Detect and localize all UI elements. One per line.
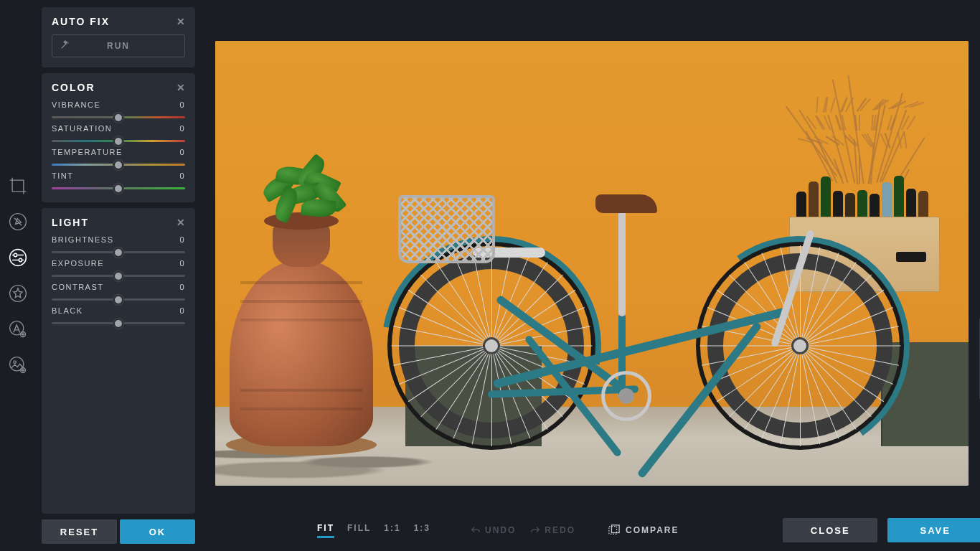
slider-label: SATURATION <box>52 124 112 133</box>
slider-thumb[interactable] <box>113 319 123 329</box>
slider-label: BLACK <box>52 306 83 315</box>
slider-label: TEMPERATURE <box>52 148 123 156</box>
zoom-group: FIT FILL 1:1 1:3 <box>317 523 430 538</box>
close-button[interactable]: CLOSE <box>783 518 878 542</box>
panel-autofix-title: AUTO FIX <box>52 16 110 27</box>
slider-thumb[interactable] <box>113 136 123 146</box>
slider-label: VIBRANCE <box>52 100 100 109</box>
slider-label: TINT <box>52 171 73 180</box>
save-button[interactable]: SAVE <box>887 518 980 542</box>
slider-saturation[interactable]: SATURATION0 <box>52 124 185 142</box>
canvas-wrap <box>201 0 980 509</box>
slider-thumb[interactable] <box>113 113 123 123</box>
slider-value: 0 <box>179 235 185 244</box>
slider-thumb[interactable] <box>113 160 123 170</box>
main-area: FIT FILL 1:1 1:3 UNDO REDO COMPARE CLOSE… <box>201 0 980 551</box>
slider-value: 0 <box>179 259 185 268</box>
svg-point-8 <box>14 361 17 364</box>
slider-label: BRIGHTNESS <box>52 235 114 244</box>
rail-effects[interactable] <box>6 282 29 305</box>
slider-contrast[interactable]: CONTRAST0 <box>52 283 185 301</box>
rail-auto-fix[interactable] <box>6 210 29 233</box>
slider-value: 0 <box>179 283 185 291</box>
slider-value: 0 <box>179 171 185 180</box>
rail-image[interactable] <box>6 354 29 377</box>
panel-color-close[interactable]: ✕ <box>176 82 185 93</box>
rail-crop[interactable] <box>6 174 29 197</box>
reset-button[interactable]: RESET <box>42 519 117 544</box>
svg-point-3 <box>19 258 22 261</box>
panel-light-close[interactable]: ✕ <box>176 217 185 228</box>
slider-value: 0 <box>179 124 185 133</box>
svg-point-1 <box>10 250 27 266</box>
slider-value: 0 <box>179 306 185 315</box>
slider-vibrance[interactable]: VIBRANCE0 <box>52 100 185 118</box>
panel-color: COLOR ✕ VIBRANCE0 SATURATION0 TEMPERATUR… <box>42 73 195 202</box>
compare-button[interactable]: COMPARE <box>608 524 679 536</box>
panel-color-title: COLOR <box>52 82 95 93</box>
redo-button[interactable]: REDO <box>530 525 575 535</box>
run-button[interactable]: RUN <box>52 34 185 57</box>
rail-text[interactable] <box>6 318 29 341</box>
wand-icon <box>60 40 70 52</box>
slider-thumb[interactable] <box>113 248 123 258</box>
side-panel: AUTO FIX ✕ RUN COLOR ✕ VIBRANCE0 SATURAT… <box>36 0 201 551</box>
image-canvas[interactable] <box>215 41 969 486</box>
slider-value: 0 <box>179 148 185 156</box>
slider-thumb[interactable] <box>113 295 123 305</box>
panel-autofix-close[interactable]: ✕ <box>176 16 185 27</box>
tool-rail <box>0 0 36 551</box>
panel-light-title: LIGHT <box>52 217 89 228</box>
panel-autofix: AUTO FIX ✕ RUN <box>42 7 195 67</box>
slider-label: EXPOSURE <box>52 259 104 268</box>
history-group: UNDO REDO <box>471 525 575 535</box>
slider-label: CONTRAST <box>52 283 104 291</box>
svg-point-2 <box>14 253 17 256</box>
slider-temperature[interactable]: TEMPERATURE0 <box>52 148 185 166</box>
slider-tint[interactable]: TINT0 <box>52 171 185 189</box>
run-label: RUN <box>107 41 130 51</box>
side-footer: RESET OK <box>42 519 195 544</box>
slider-brightness[interactable]: BRIGHTNESS0 <box>52 235 185 253</box>
slider-black[interactable]: BLACK0 <box>52 306 185 324</box>
zoom-fit[interactable]: FIT <box>317 523 334 538</box>
compare-icon <box>608 524 620 536</box>
panel-light: LIGHT ✕ BRIGHTNESS0 EXPOSURE0 CONTRAST0 … <box>42 208 195 514</box>
ok-button[interactable]: OK <box>120 519 195 544</box>
slider-thumb[interactable] <box>113 271 123 281</box>
undo-button[interactable]: UNDO <box>471 525 516 535</box>
zoom-1-1[interactable]: 1:1 <box>384 523 400 538</box>
slider-exposure[interactable]: EXPOSURE0 <box>52 259 185 277</box>
zoom-fill[interactable]: FILL <box>347 523 371 538</box>
slider-thumb[interactable] <box>113 184 123 194</box>
bottom-bar: FIT FILL 1:1 1:3 UNDO REDO COMPARE CLOSE… <box>201 509 980 551</box>
rail-adjust[interactable] <box>6 246 29 269</box>
slider-value: 0 <box>179 100 185 109</box>
zoom-1-3[interactable]: 1:3 <box>414 523 430 538</box>
